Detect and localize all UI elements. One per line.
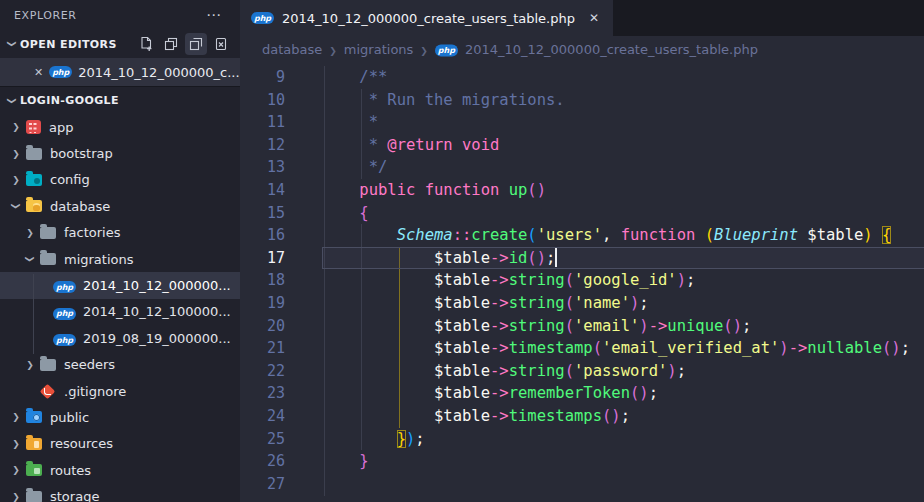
tree-item-label: resources [50, 436, 113, 451]
project-section-header[interactable]: LOGIN-GOOGLE [0, 86, 240, 114]
line-number[interactable]: 22 [240, 360, 285, 383]
tree-item-factories[interactable]: factories [0, 220, 240, 246]
line-number[interactable]: 27 [240, 473, 285, 496]
new-untitled-file-button[interactable] [135, 33, 157, 55]
line-number[interactable]: 13 [240, 156, 285, 179]
code-token: } [397, 430, 406, 448]
code-line-10[interactable]: * Run the migrations. [322, 89, 924, 112]
line-number[interactable]: 19 [240, 292, 285, 315]
line-number[interactable]: 21 [240, 337, 285, 360]
php-icon: php [53, 331, 76, 347]
tree-item-label: public [50, 410, 89, 425]
line-number[interactable]: 25 [240, 428, 285, 451]
code-token: ( [527, 226, 536, 244]
php-file-icon: php [53, 281, 76, 293]
line-number[interactable]: 24 [240, 405, 285, 428]
line-number[interactable]: 23 [240, 382, 285, 405]
code-line-26[interactable]: } [322, 450, 924, 473]
tree-item-2014-10-12-100000-[interactable]: php2014_10_12_100000... [0, 299, 240, 325]
close-all-editors-button[interactable] [210, 33, 232, 55]
tree-item-2014-10-12-000000-[interactable]: php2014_10_12_000000... [0, 272, 240, 298]
tree-item-label: config [50, 172, 90, 187]
code-line-9[interactable]: /** [322, 66, 924, 89]
code-line-11[interactable]: * [322, 111, 924, 134]
tree-item-storage[interactable]: storage [0, 483, 240, 502]
code-token [322, 204, 359, 222]
php-file-icon: php [251, 12, 274, 24]
close-editor-icon[interactable]: ✕ [34, 67, 43, 78]
code-token: $table [322, 384, 490, 402]
code-token: timestamp [509, 339, 593, 357]
save-all-button[interactable] [185, 33, 207, 55]
code-line-20[interactable]: $table->string('email')->unique(); [322, 315, 924, 338]
line-number[interactable]: 11 [240, 111, 285, 134]
tree-item-config[interactable]: config [0, 167, 240, 193]
tree-item-migrations[interactable]: migrations [0, 246, 240, 272]
open-editors-section-header[interactable]: OPEN EDITORS [0, 30, 240, 58]
tab-close-icon[interactable]: ✕ [589, 12, 599, 24]
tree-item-2019-08-19-000000-[interactable]: php2019_08_19_000000... [0, 325, 240, 351]
tree-item-resources[interactable]: resources [0, 431, 240, 457]
code-line-21[interactable]: $table->timestamp('email_verified_at')->… [322, 337, 924, 360]
line-number[interactable]: 9 [240, 66, 285, 89]
line-number[interactable]: 17 [240, 247, 285, 270]
code-token: ; [546, 249, 555, 267]
code-line-15[interactable]: { [322, 202, 924, 225]
line-number[interactable]: 12 [240, 134, 285, 157]
line-number[interactable]: 20 [240, 315, 285, 338]
line-number[interactable]: 14 [240, 179, 285, 202]
code-token: id [509, 249, 528, 267]
code-line-23[interactable]: $table->rememberToken(); [322, 382, 924, 405]
tree-item--gitignore[interactable]: .gitignore [0, 378, 240, 404]
code-token: timestamps [509, 407, 602, 425]
code-line-25[interactable]: }); [322, 428, 924, 451]
code-token: * Run the migrations. [322, 91, 565, 109]
line-number[interactable]: 10 [240, 89, 285, 112]
toggle-editor-layout-button[interactable] [160, 33, 182, 55]
code-token [499, 181, 508, 199]
code-line-22[interactable]: $table->string('password'); [322, 360, 924, 383]
line-number[interactable]: 15 [240, 202, 285, 225]
chevron-right-icon [22, 228, 38, 238]
open-editors-label: OPEN EDITORS [20, 38, 117, 51]
line-number[interactable]: 26 [240, 450, 285, 473]
line-number[interactable]: 16 [240, 224, 285, 247]
code-line-12[interactable]: * @return void [322, 134, 924, 157]
code-line-24[interactable]: $table->timestamps(); [322, 405, 924, 428]
tree-item-database[interactable]: database [0, 193, 240, 219]
code-token: ( [565, 317, 574, 335]
tree-item-app[interactable]: app [0, 114, 240, 140]
tree-indent-guide [33, 274, 34, 353]
open-editor-item[interactable]: ✕ php 2014_10_12_000000_c... [0, 58, 240, 86]
tree-item-routes[interactable]: routes [0, 457, 240, 483]
line-number[interactable]: 18 [240, 269, 285, 292]
code-token: $table [322, 294, 490, 312]
tab-create-users-table[interactable]: php 2014_10_12_000000_create_users_table… [240, 0, 613, 36]
code-token: void [462, 136, 499, 154]
code-token: -> [490, 384, 509, 402]
code-content[interactable]: /** * Run the migrations. * * @return vo… [302, 63, 924, 502]
code-token: ; [677, 362, 686, 380]
breadcrumb-item-database[interactable]: database [262, 42, 322, 57]
code-line-18[interactable]: $table->string('google_id'); [322, 269, 924, 292]
code-token: */ [322, 158, 387, 176]
tree-item-seeders[interactable]: seeders [0, 352, 240, 378]
more-actions-icon[interactable]: ⋯ [202, 6, 226, 24]
folder-gray-icon [26, 491, 42, 502]
folder-resources-icon [26, 438, 42, 450]
tree-item-public[interactable]: public [0, 404, 240, 430]
code-line-16[interactable]: Schema::create('users', function (Bluepr… [322, 224, 924, 247]
chevron-right-icon: ❯ [420, 45, 428, 55]
tree-item-bootstrap[interactable]: bootstrap [0, 140, 240, 166]
code-line-17[interactable]: $table->id(); [322, 247, 924, 270]
breadcrumb-item-migrations[interactable]: migrations [344, 42, 414, 57]
file-tree: appbootstrapconfigdatabasefactoriesmigra… [0, 114, 240, 502]
code-line-14[interactable]: public function up() [322, 179, 924, 202]
code-line-19[interactable]: $table->string('name'); [322, 292, 924, 315]
code-line-13[interactable]: */ [322, 156, 924, 179]
breadcrumb-item-file[interactable]: 2014_10_12_000000_create_users_table.php [465, 42, 758, 57]
code-token: () [723, 317, 742, 335]
code-token: { [882, 226, 891, 244]
code-token [415, 181, 424, 199]
code-line-27[interactable] [322, 473, 924, 496]
